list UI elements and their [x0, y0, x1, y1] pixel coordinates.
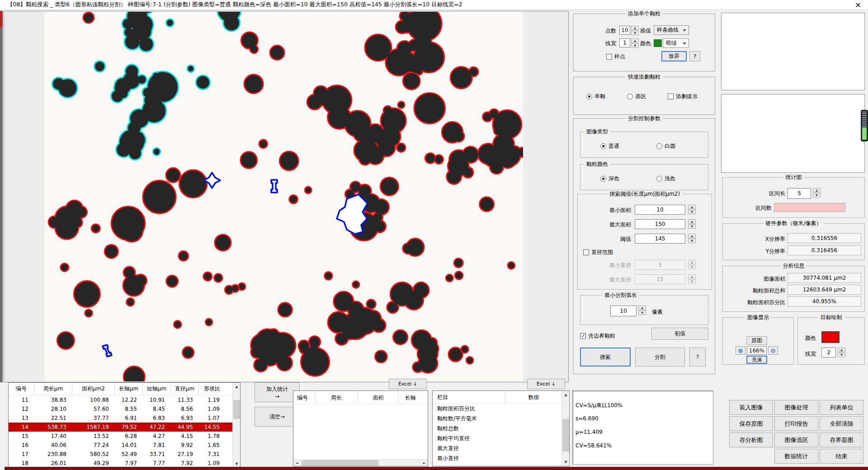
- min-area-field[interactable]: 10: [635, 205, 685, 215]
- table-row[interactable]: 14538.731587.1979.5247.2244.9514.55: [9, 423, 240, 432]
- spin-down-icon[interactable]: ▼: [631, 31, 639, 35]
- search-button[interactable]: 搜索: [580, 348, 631, 367]
- particle-table-header[interactable]: 周长μm: [34, 383, 72, 395]
- vertical-scrollbar[interactable]: ▲ ▼: [561, 391, 569, 466]
- linewidth-field[interactable]: 1: [619, 38, 630, 47]
- zoom-in-icon[interactable]: ⊕: [736, 346, 745, 355]
- zoom-level-field[interactable]: 166%: [747, 346, 767, 355]
- points-field[interactable]: 10: [619, 26, 630, 35]
- table-row[interactable]: 1228.1057.608.558.458.561.09: [9, 404, 240, 414]
- spin-up-icon[interactable]: ▲: [631, 26, 639, 30]
- spin-up-icon[interactable]: ▲: [638, 306, 646, 310]
- spin-up-icon[interactable]: ▲: [813, 188, 821, 193]
- table-row[interactable]: 1138.83100.8812.2210.9111.331.19: [9, 395, 240, 404]
- scroll-left-icon[interactable]: ◄: [293, 460, 300, 466]
- scroll-up-icon[interactable]: ▲: [562, 391, 570, 399]
- diameter-range-checkbox[interactable]: 直径范围: [583, 249, 613, 256]
- spin-down-icon[interactable]: ▼: [838, 352, 845, 357]
- scroll-down-icon[interactable]: ▼: [562, 458, 570, 466]
- min-arc-field[interactable]: 10: [610, 306, 637, 316]
- spin-up-icon[interactable]: ▲: [631, 38, 639, 43]
- max-area-field[interactable]: 150: [635, 219, 685, 229]
- region-radio[interactable]: 选区: [627, 93, 646, 100]
- single-particle-radio[interactable]: 单颗: [586, 93, 605, 100]
- particle-table-header[interactable]: 面积μm2: [72, 383, 114, 395]
- action-button[interactable]: 结束: [820, 449, 863, 464]
- green-color-swatch[interactable]: [654, 39, 662, 47]
- red-color-swatch[interactable]: [821, 331, 840, 343]
- bin-count-field[interactable]: [774, 203, 845, 212]
- edit-hint-checkbox[interactable]: 添删提示: [668, 93, 698, 100]
- particle-table-header[interactable]: 编号: [9, 383, 34, 395]
- summary-row[interactable]: 颗粒总数: [433, 423, 569, 433]
- spin-up-icon[interactable]: ▲: [688, 234, 696, 238]
- action-button[interactable]: 数据统计: [774, 449, 818, 464]
- spin-down-icon[interactable]: ▼: [688, 239, 696, 243]
- spin-down-icon[interactable]: ▼: [631, 43, 639, 48]
- draw-width-field[interactable]: 2: [821, 348, 836, 357]
- color-light-radio[interactable]: 浅色: [656, 175, 675, 183]
- action-button[interactable]: 全部清除: [820, 416, 863, 431]
- table-row[interactable]: 1517.4013.526.284.274.151.78: [9, 432, 240, 441]
- scroll-up-icon[interactable]: ▲: [233, 383, 241, 390]
- spin-down-icon[interactable]: ▼: [688, 210, 696, 214]
- color-dropdown[interactable]: 暗绿: [663, 38, 689, 48]
- summary-row[interactable]: 颗粒数/平方毫米: [433, 414, 569, 423]
- spin-up-icon[interactable]: ▲: [688, 205, 696, 209]
- summary-row[interactable]: 最大直径: [433, 443, 569, 453]
- spin-down-icon[interactable]: ▼: [638, 310, 646, 315]
- scrollbar-thumb[interactable]: [233, 400, 240, 419]
- bin-length-field[interactable]: 5: [788, 188, 811, 199]
- zoom-out-icon[interactable]: ⊖: [768, 346, 778, 355]
- discard-button[interactable]: 放弃: [661, 51, 687, 61]
- table-row[interactable]: 17230.88580.5252.4933.7127.197.31: [9, 450, 240, 459]
- summary-row[interactable]: 最小直径: [433, 453, 569, 463]
- sample-point-checkbox[interactable]: 样点: [606, 53, 625, 61]
- table-row[interactable]: 1640.0677.2414.017.819.921.65: [9, 441, 240, 450]
- vertical-scrollbar[interactable]: ▲ ▼: [232, 383, 240, 468]
- summary-header-item[interactable]: 栏目: [433, 391, 505, 403]
- particle-image-canvas[interactable]: [45, 12, 523, 381]
- particle-table-header[interactable]: 形状比: [198, 383, 225, 395]
- scroll-right-icon[interactable]: ►: [421, 460, 428, 466]
- action-button[interactable]: 存分析图: [729, 432, 773, 447]
- summary-row[interactable]: 颗粒面积百分比: [433, 404, 569, 414]
- color-dark-radio[interactable]: 深色: [600, 175, 619, 183]
- table-row[interactable]: 1322.5137.776.916.836.931.07: [9, 414, 240, 423]
- threshold-field[interactable]: 145: [635, 234, 685, 244]
- selected-table-header[interactable]: 长轴: [398, 391, 422, 403]
- type-normal-radio[interactable]: 普通: [600, 142, 619, 150]
- selected-table-header[interactable]: 面积: [358, 391, 398, 403]
- excel-export-button-2[interactable]: Excel ↓: [527, 379, 565, 389]
- action-button[interactable]: 列表单位: [820, 400, 863, 415]
- selected-table-header[interactable]: 周长: [315, 391, 358, 403]
- table-row[interactable]: 1826.0149.297.977.777.921.09: [9, 459, 240, 468]
- particle-table-header[interactable]: 直径μm: [170, 383, 198, 395]
- spin-down-icon[interactable]: ▼: [813, 193, 821, 197]
- summary-row[interactable]: 颗粒平均直径: [433, 433, 569, 443]
- help-button[interactable]: ?: [689, 51, 700, 61]
- excel-export-button-1[interactable]: Excel ↓: [389, 379, 427, 389]
- spin-down-icon[interactable]: ▼: [688, 224, 696, 229]
- particle-table-header[interactable]: 长轴μm: [114, 383, 142, 395]
- action-button[interactable]: 装入图像: [729, 400, 773, 415]
- close-icon[interactable]: ✕: [848, 0, 868, 10]
- include-boundary-checkbox[interactable]: 含边界颗粒: [580, 332, 615, 340]
- spin-up-icon[interactable]: ▲: [838, 348, 845, 352]
- action-button[interactable]: 图像处理: [774, 400, 818, 415]
- segment-help-button[interactable]: ?: [689, 348, 706, 367]
- particle-table-header[interactable]: 短轴μm: [142, 383, 170, 395]
- scrollbar-thumb[interactable]: [302, 460, 378, 466]
- type-white-radio[interactable]: 白圆: [656, 142, 675, 150]
- interp-dropdown[interactable]: 样条曲线: [654, 25, 689, 35]
- summary-header-data[interactable]: 数据: [505, 391, 562, 403]
- action-button[interactable]: 存界面图: [820, 432, 863, 447]
- split-button[interactable]: 分割: [635, 348, 685, 367]
- fit-button[interactable]: 充满: [746, 356, 767, 364]
- spin-up-icon[interactable]: ▲: [688, 219, 696, 224]
- init-button[interactable]: 初值: [651, 328, 708, 340]
- horizontal-scrollbar[interactable]: ◄ ►: [293, 459, 428, 466]
- action-button[interactable]: 打印报告: [774, 416, 818, 431]
- scrollbar-thumb[interactable]: [562, 419, 569, 451]
- original-image-button[interactable]: 原图: [746, 336, 767, 345]
